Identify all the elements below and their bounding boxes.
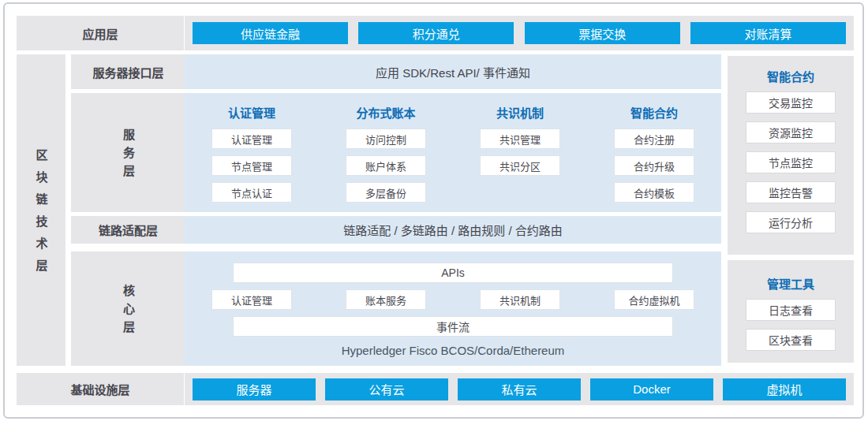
core-layer-label: 核心层 <box>71 251 185 366</box>
app-layer-label: 应用层 <box>17 16 184 50</box>
infrastructure-layer-label: 基础设施层 <box>17 373 184 405</box>
node-account-system: 账户体系 <box>346 155 426 176</box>
sdk-api-bar: 应用 SDK/Rest API/ 事件通知 <box>185 54 721 89</box>
node-transaction-monitor: 交易监控 <box>746 91 836 114</box>
link-adaptation-layer-label: 链路适配层 <box>71 216 185 244</box>
service-layer-panel: 认证管理 认证管理 节点管理 节点认证 分布式账本 访问控制 账户体系 多层备份… <box>185 93 721 212</box>
node-consensus-management: 共识管理 <box>480 129 560 149</box>
node-server: 服务器 <box>193 378 316 401</box>
core-layer-panel: APIs 认证管理 账本服务 共识机制 合约虚拟机 事件流 Hyperledge… <box>185 251 721 366</box>
node-contract-register: 合约注册 <box>614 129 694 149</box>
event-stream-bar: 事件流 <box>233 316 673 337</box>
management-tools-header: 管理工具 <box>767 275 814 292</box>
node-docker: Docker <box>590 378 713 401</box>
service-col-header: 认证管理 <box>228 104 275 121</box>
core-modules-row: 认证管理 账本服务 共识机制 合约虚拟机 <box>185 289 721 310</box>
node-node-management: 节点管理 <box>211 155 292 176</box>
node-contract-upgrade: 合约升级 <box>614 155 694 176</box>
service-col-authentication: 认证管理 认证管理 节点管理 节点认证 <box>185 102 319 212</box>
node-ledger-service: 账本服务 <box>346 289 426 310</box>
infrastructure-strip: 服务器 公有云 私有云 Docker 虚拟机 <box>185 373 854 405</box>
blockchain-platforms-text: Hyperledger Fisco BCOS/Corda/Ethereum <box>185 344 721 357</box>
node-multilayer-backup: 多层备份 <box>346 182 426 203</box>
node-public-cloud: 公有云 <box>325 378 448 401</box>
service-col-header: 分布式账本 <box>356 104 415 121</box>
node-contract-vm: 合约虚拟机 <box>614 289 694 310</box>
architecture-diagram-frame: 应用层 供应链金融 积分通兑 票据交换 对账清算 区块链技术层 服务器接口层 应… <box>3 2 864 419</box>
apis-bar: APIs <box>233 263 673 283</box>
service-col-smart-contract: 智能合约 合约注册 合约升级 合约模板 <box>587 102 721 212</box>
node-private-cloud: 私有云 <box>458 378 581 401</box>
node-resource-monitor: 资源监控 <box>746 121 836 143</box>
node-auth-management: 认证管理 <box>211 129 292 149</box>
node-supply-chain-finance: 供应链金融 <box>193 22 348 44</box>
service-col-header: 共识机制 <box>496 104 544 121</box>
node-access-control: 访问控制 <box>346 129 426 149</box>
node-node-monitor: 节点监控 <box>746 151 836 173</box>
service-col-distributed-ledger: 分布式账本 访问控制 账户体系 多层备份 <box>319 102 453 212</box>
node-operation-analysis: 运行分析 <box>746 211 836 233</box>
link-adaptation-bar: 链路适配 / 多链路由 / 路由规则 / 合约路由 <box>185 216 721 244</box>
server-interface-layer-label: 服务器接口层 <box>71 54 185 89</box>
node-log-viewer: 日志查看 <box>746 299 836 321</box>
app-layer-strip: 供应链金融 积分通兑 票据交换 对账清算 <box>185 16 854 50</box>
service-col-header: 智能合约 <box>630 104 678 121</box>
node-virtual-machine: 虚拟机 <box>723 378 846 401</box>
service-col-consensus: 共识机制 共识管理 共识分区 <box>453 102 587 212</box>
node-points-exchange: 积分通兑 <box>358 22 514 44</box>
node-node-authentication: 节点认证 <box>211 182 292 203</box>
node-block-viewer: 区块查看 <box>746 329 836 351</box>
node-reconciliation-clearing: 对账清算 <box>690 22 846 44</box>
node-consensus-partition: 共识分区 <box>480 155 560 176</box>
node-core-consensus: 共识机制 <box>480 289 560 310</box>
node-monitor-alert: 监控告警 <box>746 181 836 203</box>
node-contract-template: 合约模板 <box>614 182 694 203</box>
monitor-panel: 智能合约 交易监控 资源监控 节点监控 监控告警 运行分析 <box>728 56 854 255</box>
management-tools-panel: 管理工具 日志查看 区块查看 <box>728 260 854 363</box>
service-layer-label: 服务层 <box>71 93 185 212</box>
node-core-auth-management: 认证管理 <box>211 289 292 310</box>
monitor-panel-header: 智能合约 <box>767 68 814 84</box>
blockchain-tech-layer-label: 区块链技术层 <box>17 54 65 366</box>
node-bill-exchange: 票据交换 <box>525 22 680 44</box>
